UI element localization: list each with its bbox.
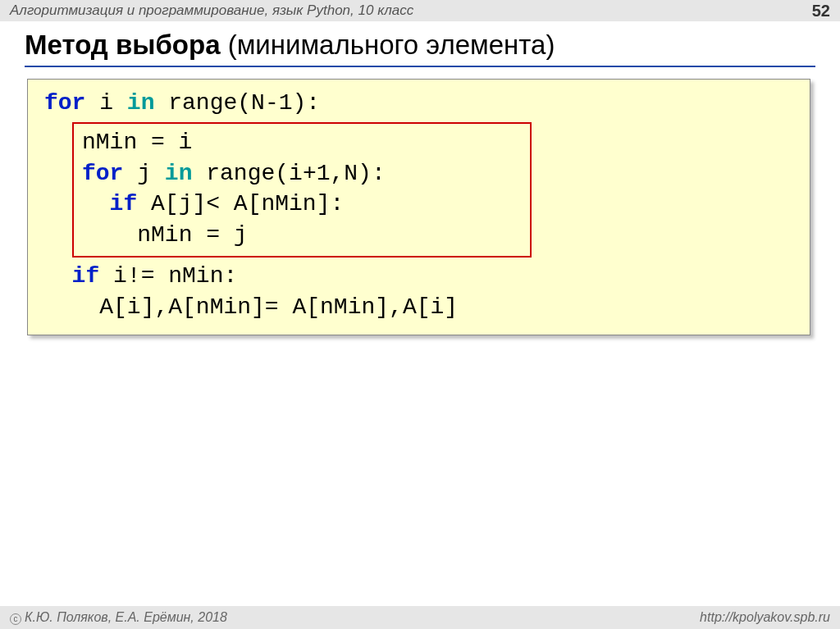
kw-if-outer: if [72,263,100,289]
kw-for: for [44,90,85,116]
kw-in-inner: in [165,161,193,186]
header-subject: Алгоритмизация и программирование, язык … [10,2,413,19]
code-line-after-1: if i!= nMin: [44,261,793,292]
footer-bar: cК.Ю. Поляков, Е.А. Ерёмин, 2018 http://… [0,606,840,629]
title-rest: (минимального элемента) [221,30,555,60]
kw-for-inner: for [82,161,123,186]
slide-title: Метод выбора (минимального элемента) [25,30,815,67]
copyright-icon: c [10,613,21,625]
code-block: for i in range(N-1): nMin = i for j in r… [27,79,810,335]
inner-line-3: if A[j]< A[nMin]: [82,189,522,220]
code-line-1: for i in range(N-1): [44,88,793,119]
kw-in: in [127,90,155,116]
footer-url: http://kpolyakov.spb.ru [700,610,830,625]
code-line-after-2: A[i],A[nMin]= A[nMin],A[i] [44,292,793,323]
footer-authors: cК.Ю. Поляков, Е.А. Ерёмин, 2018 [10,610,227,625]
header-bar: Алгоритмизация и программирование, язык … [0,0,840,21]
page-number: 52 [812,2,830,21]
inner-line-4: nMin = j [82,220,522,251]
inner-line-1: nMin = i [82,127,522,158]
kw-if-inner: if [110,191,138,217]
title-bold: Метод выбора [25,30,221,60]
inner-code-box: nMin = i for j in range(i+1,N): if A[j]<… [72,122,532,258]
inner-line-2: for j in range(i+1,N): [82,158,522,189]
